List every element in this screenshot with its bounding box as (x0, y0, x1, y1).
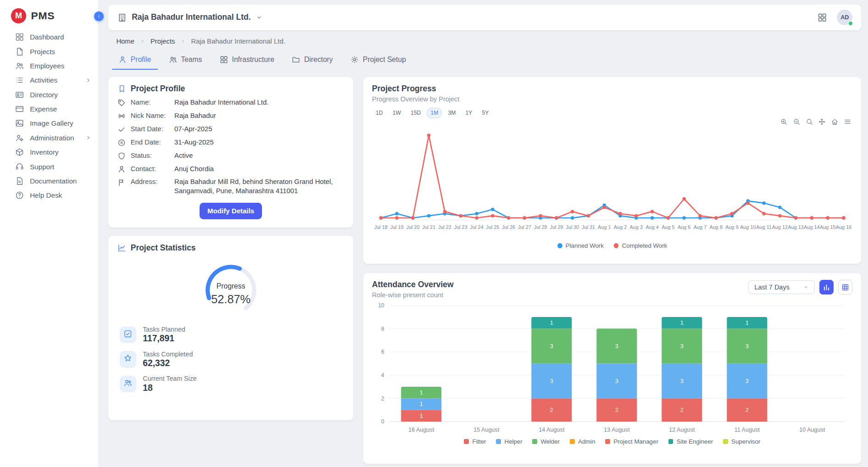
svg-text:15 August: 15 August (473, 427, 500, 433)
field-value: Raja Bahadur Mill Rd, behind Sheraton Gr… (174, 178, 344, 195)
zoom-out-icon[interactable] (793, 118, 801, 126)
grid-icon (220, 56, 228, 64)
project-statistics-card: Project Statistics Progress 52.87% Tasks… (108, 236, 353, 420)
home-icon[interactable] (831, 118, 839, 126)
sidebar-item-label: Activities (30, 76, 57, 84)
svg-text:1: 1 (420, 401, 423, 407)
svg-text:Jul 23: Jul 23 (454, 224, 467, 230)
legend-item-helper[interactable]: Helper (496, 438, 522, 445)
svg-text:0: 0 (381, 418, 384, 425)
sidebar-item-label: Dashboard (30, 33, 64, 41)
date-range-select[interactable]: Last 7 Days (748, 280, 815, 294)
menu-icon[interactable] (844, 118, 851, 126)
gear-icon (351, 56, 359, 64)
stat-value: 117,891 (143, 334, 185, 344)
apps-icon[interactable] (818, 13, 827, 22)
profile-field-contact: Contact:Anuj Chordia (117, 165, 345, 173)
legend-item-site-engineer[interactable]: Site Engineer (668, 438, 713, 445)
tab-infrastructure[interactable]: Infrastructure (213, 51, 281, 70)
project-progress-card: Project Progress Progress Overview by Pr… (363, 77, 862, 264)
pan-icon[interactable] (818, 118, 826, 126)
range-3m[interactable]: 3M (444, 108, 459, 118)
breadcrumb-link-projects[interactable]: Projects (150, 38, 175, 45)
sidebar-item-label: Expense (30, 105, 57, 113)
folder-icon (292, 56, 300, 64)
sidebar-item-employees[interactable]: Employees (0, 59, 98, 73)
sidebar-item-documentation[interactable]: Documentation (0, 174, 98, 188)
svg-text:1: 1 (420, 389, 423, 396)
zoom-in-icon[interactable] (780, 118, 788, 126)
gauge-value: 52.87% (198, 293, 264, 306)
svg-text:3: 3 (550, 378, 553, 384)
company-selector[interactable]: Raja Bahadur International Ltd. (117, 12, 263, 22)
legend-item-completed-work[interactable]: Completed Work (614, 242, 668, 249)
breadcrumb-link-home[interactable]: Home (116, 38, 134, 45)
legend-label: Planned Work (566, 242, 604, 249)
range-1d[interactable]: 1D (372, 108, 387, 118)
sidebar-item-expense[interactable]: Expense (0, 102, 98, 116)
range-1w[interactable]: 1W (389, 108, 405, 118)
person-icon (118, 56, 127, 64)
svg-text:Jul 26: Jul 26 (502, 224, 515, 230)
tab-teams[interactable]: Teams (162, 51, 209, 70)
svg-text:Jul 25: Jul 25 (486, 224, 499, 230)
table-view-toggle[interactable] (838, 280, 852, 294)
avatar[interactable]: AD (837, 10, 852, 25)
main-area: Raja Bahadur International Ltd. AD HomeP… (108, 5, 861, 467)
legend-item-fitter[interactable]: Fitter (464, 438, 486, 445)
sidebar-item-image-gallery[interactable]: Image Gallery (0, 116, 98, 130)
svg-text:2: 2 (381, 395, 384, 401)
range-1m[interactable]: 1M (427, 108, 442, 118)
attendance-card-title: Attendance Overview (372, 280, 454, 289)
bar-chart-legend: FitterHelperWelderAdminProject ManagerSi… (372, 438, 852, 445)
sidebar-item-administration[interactable]: Administration (0, 131, 98, 145)
svg-text:Aug 13: Aug 13 (788, 224, 803, 230)
field-label: Address: (131, 178, 169, 195)
stat-current-team-size: Current Team Size18 (117, 375, 345, 393)
sidebar-item-help-desk[interactable]: Help Desk (0, 188, 98, 202)
sidebar-item-projects[interactable]: Projects (0, 44, 98, 59)
attendance-controls: Last 7 Days (748, 280, 852, 294)
svg-text:Aug 4: Aug 4 (645, 224, 658, 230)
svg-text:3: 3 (746, 378, 749, 384)
legend-item-welder[interactable]: Welder (532, 438, 560, 445)
modify-details-button[interactable]: Modify Details (200, 203, 262, 219)
field-label: End Date: (131, 138, 169, 147)
tab-project-setup[interactable]: Project Setup (344, 51, 413, 70)
svg-text:6: 6 (381, 349, 384, 355)
sidebar-nav: DashboardProjectsEmployeesActivitiesDire… (0, 30, 98, 202)
legend-item-project-manager[interactable]: Project Manager (605, 438, 658, 445)
range-1y[interactable]: 1Y (462, 108, 476, 118)
range-15d[interactable]: 15D (407, 108, 425, 118)
profile-field-name: Name:Raja Bahadur International Ltd. (117, 98, 345, 107)
sidebar-item-activities[interactable]: Activities (0, 73, 98, 87)
sidebar-item-inventory[interactable]: Inventory (0, 145, 98, 159)
range-5y[interactable]: 5Y (478, 108, 492, 118)
sidebar-item-label: Projects (30, 48, 55, 56)
sidebar-item-dashboard[interactable]: Dashboard (0, 30, 98, 44)
app-logo[interactable]: M PMS (0, 0, 98, 30)
tab-directory[interactable]: Directory (285, 51, 339, 70)
field-label: Name: (131, 98, 169, 107)
chart-view-toggle[interactable] (819, 280, 834, 294)
gauge-label: Progress (198, 282, 264, 290)
svg-text:2: 2 (550, 407, 553, 413)
attendance-overview-card: Attendance Overview Role-wise present co… (363, 273, 862, 464)
legend-item-planned-work[interactable]: Planned Work (557, 242, 604, 249)
sidebar-item-support[interactable]: Support (0, 159, 98, 173)
chevron-down-icon (803, 284, 809, 290)
sidebar-item-directory[interactable]: Directory (0, 88, 98, 102)
employees-icon (15, 61, 24, 70)
svg-text:2: 2 (746, 407, 749, 413)
pms-app: M PMS DashboardProjectsEmployeesActiviti… (0, 0, 868, 467)
legend-item-supervisor[interactable]: Supervisor (723, 438, 761, 445)
stat-tasks-planned: Tasks Planned117,891 (117, 326, 345, 344)
right-column: Project Progress Progress Overview by Pr… (363, 77, 862, 464)
help-desk-icon (15, 191, 24, 200)
sidebar-collapse-button[interactable] (94, 11, 104, 21)
inventory-icon (15, 148, 24, 156)
legend-item-admin[interactable]: Admin (570, 438, 595, 445)
tab-profile[interactable]: Profile (112, 51, 158, 70)
sidebar-item-label: Inventory (30, 148, 58, 156)
zoom-icon[interactable] (806, 118, 813, 126)
